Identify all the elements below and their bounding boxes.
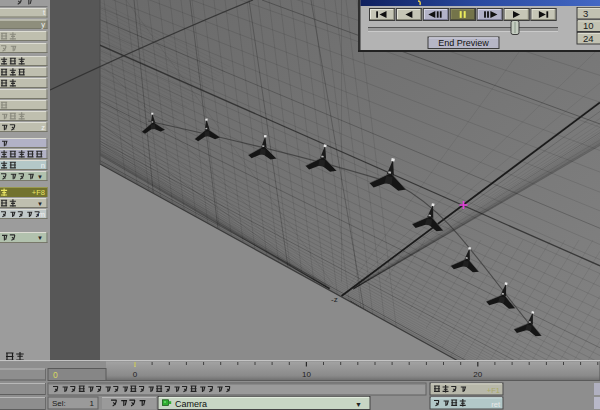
svg-text:+F8: +F8: [32, 188, 45, 197]
svg-text:y: y: [41, 20, 45, 29]
svg-text:0: 0: [53, 370, 58, 380]
svg-text:+F1: +F1: [487, 386, 500, 395]
svg-text:0: 0: [133, 370, 138, 379]
svg-text:-z: -z: [331, 295, 338, 304]
svg-text:Sel:: Sel:: [52, 399, 66, 408]
svg-text:▼: ▼: [355, 401, 362, 408]
svg-text:n: n: [41, 161, 45, 170]
svg-text:z: z: [41, 123, 45, 132]
svg-text:24: 24: [583, 33, 594, 44]
svg-text:1: 1: [90, 399, 95, 408]
svg-text:▼: ▼: [37, 174, 43, 180]
svg-text:▼: ▼: [37, 201, 43, 207]
svg-text:▼: ▼: [37, 235, 43, 241]
svg-text:ret: ret: [491, 400, 501, 409]
svg-text:10: 10: [302, 370, 311, 379]
svg-text:3: 3: [583, 8, 588, 19]
svg-text:10: 10: [583, 20, 594, 31]
svg-text:End Preview: End Preview: [438, 38, 489, 48]
svg-text:20: 20: [473, 370, 482, 379]
svg-text:Camera: Camera: [175, 399, 207, 409]
svg-text:m: m: [39, 210, 45, 219]
